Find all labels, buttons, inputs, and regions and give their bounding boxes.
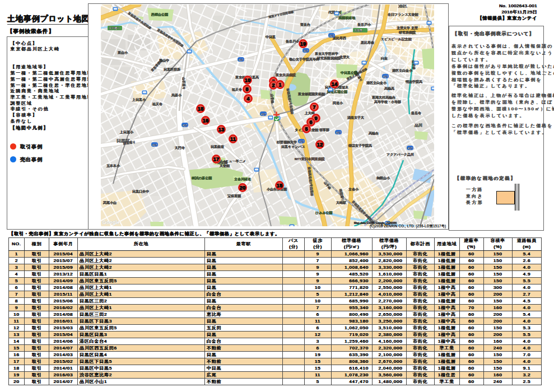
svg-text:港区立白金小: 港区立白金小 <box>392 68 413 73</box>
svg-text:16: 16 <box>202 117 208 123</box>
svg-text:NTT東日本関東病院: NTT東日本関東病院 <box>295 157 325 161</box>
svg-text:研究所病院: 研究所病院 <box>399 30 416 35</box>
svg-text:目黒キャンパス: 目黒キャンパス <box>281 145 305 149</box>
svg-text:目黒区: 目黒区 <box>117 138 130 143</box>
svg-text:417: 417 <box>303 49 308 52</box>
svg-text:14: 14 <box>331 81 337 87</box>
svg-text:長谷戸小: 長谷戸小 <box>286 39 300 44</box>
svg-text:417: 417 <box>182 123 187 127</box>
svg-text:目黒区役所: 目黒区役所 <box>164 67 180 72</box>
svg-text:大崎駅: 大崎駅 <box>336 200 346 204</box>
svg-text:五本木小: 五本木小 <box>106 164 120 167</box>
svg-text:泉岳寺: 泉岳寺 <box>411 111 421 115</box>
svg-text:長谷戸小: 長谷戸小 <box>357 22 371 27</box>
svg-text:目黒口央中: 目黒口央中 <box>132 190 149 194</box>
svg-text:武蔵小山: 武蔵小山 <box>103 201 117 204</box>
svg-text:417: 417 <box>299 139 304 143</box>
svg-text:東海大付高輪台: 東海大付高輪台 <box>372 95 395 100</box>
svg-text:研究所附属病院: 研究所附属病院 <box>317 56 341 60</box>
svg-text:北里大学 北里: 北里大学 北里 <box>397 26 418 30</box>
svg-text:林試の森公園: 林試の森公園 <box>191 176 212 180</box>
svg-text:2: 2 <box>272 82 274 88</box>
svg-text:ひみみ公園: ひみみ公園 <box>315 211 332 215</box>
svg-text:Google: Google <box>103 220 120 225</box>
svg-text:北里大: 北里大 <box>339 55 350 59</box>
svg-text:タイ王国大使館 領事部: タイ王国大使館 領事部 <box>295 128 329 132</box>
svg-text:山手通り: 山手通り <box>182 77 187 89</box>
svg-text:立会小: 立会小 <box>348 187 359 191</box>
svg-text:薬園坂緑地: 薬園坂緑地 <box>338 16 356 20</box>
svg-text:5: 5 <box>305 125 308 132</box>
svg-text:杉野服飾大学: 杉野服飾大学 <box>276 140 297 144</box>
svg-text:西郷山公園: 西郷山公園 <box>151 13 168 17</box>
svg-text:12: 12 <box>316 141 323 147</box>
svg-text:烏森小: 烏森小 <box>171 94 182 97</box>
svg-text:山手線: 山手線 <box>271 94 274 103</box>
svg-text:立会川緑道: 立会川緑道 <box>234 177 251 181</box>
svg-text:東山中: 東山中 <box>159 59 169 62</box>
svg-text:17: 17 <box>213 156 219 162</box>
svg-text:1: 1 <box>278 81 282 87</box>
svg-text:エビスビール記念館: エビスビール記念館 <box>381 37 412 41</box>
svg-text:東京都庭園美術館: 東京都庭園美術館 <box>298 92 325 96</box>
svg-text:高輪台: 高輪台 <box>369 131 379 136</box>
svg-text:宝保育園: 宝保育園 <box>227 194 241 198</box>
svg-text:417: 417 <box>152 143 157 146</box>
svg-text:頌栄女子学院高: 頌栄女子学院高 <box>348 143 372 148</box>
svg-text:6: 6 <box>309 119 312 125</box>
svg-text:10: 10 <box>244 77 250 83</box>
svg-text:417: 417 <box>238 58 243 61</box>
svg-text:田道小: 田道小 <box>333 101 343 105</box>
svg-text:敬心女子学院高等科: 敬心女子学院高等科 <box>289 57 319 62</box>
svg-text:在日フランス大使館: 在日フランス大使館 <box>388 12 418 17</box>
svg-text:清泉女子大: 清泉女子大 <box>347 115 364 120</box>
svg-text:東山小: 東山小 <box>118 51 128 54</box>
svg-text:19: 19 <box>300 40 306 46</box>
svg-text:4: 4 <box>246 95 250 101</box>
svg-text:15: 15 <box>276 182 282 188</box>
svg-text:大使館: 大使館 <box>220 164 230 168</box>
svg-text:アクアパーク品川: アクアパーク品川 <box>387 152 414 157</box>
svg-text:目黒銀座: 目黒銀座 <box>211 144 224 149</box>
svg-text:青葉台: 青葉台 <box>300 23 310 27</box>
svg-text:上目黒小: 上目黒小 <box>119 130 134 134</box>
svg-text:港区: 港区 <box>398 4 407 8</box>
svg-text:祐天寺: 祐天寺 <box>232 88 242 92</box>
svg-text:417: 417 <box>383 74 388 78</box>
svg-text:中目黒公園: 中目黒公園 <box>341 71 357 75</box>
svg-text:明治学院高: 明治学院高 <box>406 80 422 84</box>
svg-text:港区立白金小: 港区立白金小 <box>366 81 387 85</box>
svg-text:11: 11 <box>230 136 236 142</box>
svg-text:御殿山小: 御殿山小 <box>376 176 390 180</box>
svg-text:東京共済病院: 東京共済病院 <box>276 73 296 77</box>
svg-text:18: 18 <box>197 105 203 111</box>
svg-text:13: 13 <box>218 126 224 132</box>
svg-text:417: 417 <box>407 146 412 150</box>
svg-text:高輪高: 高輪高 <box>384 86 394 91</box>
svg-text:祐天寺: 祐天寺 <box>152 102 162 106</box>
svg-text:417: 417 <box>329 34 334 37</box>
svg-text:恵比寿南: 恵比寿南 <box>360 41 374 44</box>
svg-text:高等学校・小等部: 高等学校・小等部 <box>374 100 401 104</box>
svg-text:8: 8 <box>245 86 248 92</box>
svg-text:品川: 品川 <box>415 123 422 128</box>
svg-text:417: 417 <box>260 112 266 115</box>
svg-text:東京大学医科学: 東京大学医科学 <box>315 52 338 55</box>
svg-text:7: 7 <box>313 104 315 110</box>
svg-text:天現寺: 天現寺 <box>354 29 362 32</box>
svg-text:417: 417 <box>336 130 341 134</box>
svg-text:20: 20 <box>239 184 245 190</box>
svg-text:大円寺: 大円寺 <box>175 146 185 150</box>
svg-text:玉川通り: 玉川通り <box>109 26 120 30</box>
svg-text:白金: 白金 <box>381 57 388 60</box>
svg-text:上目黒小: 上目黒小 <box>132 98 146 102</box>
svg-text:中目黒: 中目黒 <box>266 35 276 39</box>
